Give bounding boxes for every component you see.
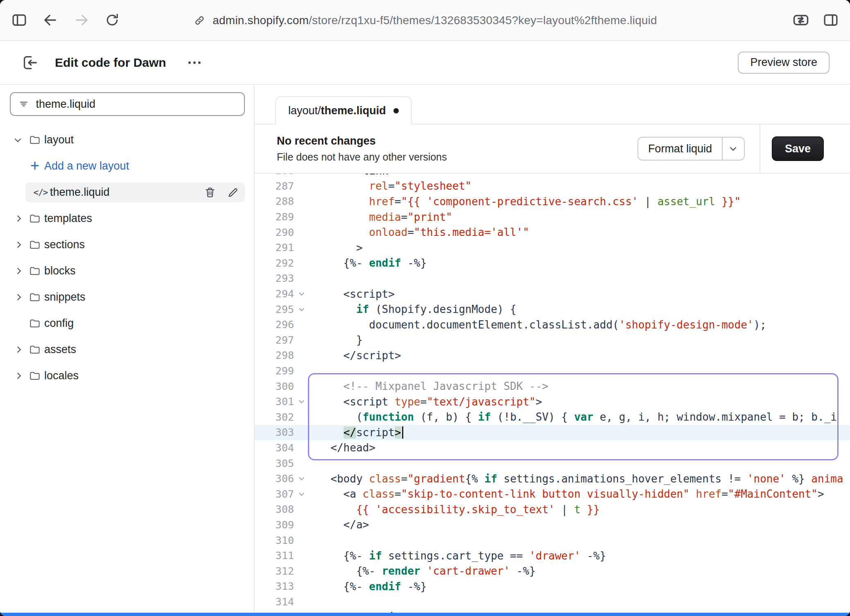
tab-label: layout/theme.liquid (288, 104, 386, 117)
line-number: 289 (255, 211, 294, 223)
sidebar-item-templates[interactable]: templates (10, 208, 245, 229)
extensions-icon (792, 11, 810, 29)
reload-button[interactable] (104, 12, 120, 28)
sidebar-item-blocks[interactable]: blocks (10, 261, 245, 281)
code-line-293[interactable]: 293 (255, 271, 850, 286)
extensions-button[interactable] (792, 11, 810, 29)
code-line-306[interactable]: 306 <body class="gradient{% if settings.… (255, 471, 850, 487)
code-line-294[interactable]: 294 <script> (255, 286, 850, 302)
format-liquid-dropdown[interactable] (722, 138, 744, 160)
code-line-313[interactable]: 313 {%- endif -%} (255, 579, 850, 594)
sidebar-item-label: templates (44, 212, 92, 225)
code-line-311[interactable]: 311 {%- if settings.cart_type == 'drawer… (255, 548, 850, 564)
sidebar-item-locales[interactable]: locales (10, 366, 245, 386)
sidebar-item-label: layout (44, 134, 74, 146)
line-number: 298 (255, 349, 294, 361)
code-text: {{ 'accessibility.skip_to_text' | t }} (309, 503, 600, 516)
sidebar-item-layout[interactable]: layout (10, 130, 245, 150)
code-line-289[interactable]: 289 media="print" (255, 209, 850, 225)
code-line-314[interactable]: 314 (255, 594, 850, 610)
code-line-309[interactable]: 309 </a> (255, 517, 850, 533)
delete-file-button[interactable] (204, 186, 216, 199)
sidebar-item-assets[interactable]: assets (10, 340, 245, 360)
sidebar-item-config[interactable]: config (10, 313, 245, 333)
chevron-right-icon[interactable] (10, 216, 25, 221)
fold-toggle-icon[interactable] (294, 478, 309, 480)
tab-theme-liquid[interactable]: layout/theme.liquid (275, 96, 412, 125)
sidebar-item-label: Add a new layout (44, 160, 129, 172)
line-number: 310 (255, 534, 294, 546)
fold-toggle-icon[interactable] (294, 401, 309, 403)
code-line-287[interactable]: 287 rel="stylesheet" (255, 179, 850, 194)
chevron-right-icon[interactable] (10, 347, 25, 352)
code-line-307[interactable]: 307 <a class="skip-to-content-link butto… (255, 486, 850, 502)
code-text: <body class="gradient{% if settings.anim… (309, 473, 843, 485)
code-line-302[interactable]: 302 (function (f, b) { if (!b.__SV) { va… (255, 410, 850, 425)
code-line-295[interactable]: 295 if (Shopify.designMode) { (255, 301, 850, 317)
sidebar-item-label: blocks (44, 265, 76, 277)
fold-toggle-icon[interactable] (294, 293, 309, 295)
chevron-down-icon[interactable] (10, 138, 25, 141)
code-line-303[interactable]: 303 </script> (255, 425, 850, 440)
code-line-305[interactable]: 305 (255, 455, 850, 471)
browser-chrome: admin.shopify.com/store/rzq1xu-f5/themes… (0, 0, 850, 41)
address-bar[interactable]: admin.shopify.com/store/rzq1xu-f5/themes… (193, 0, 657, 41)
code-text: } (309, 334, 363, 346)
code-line-298[interactable]: 298 </script> (255, 348, 850, 363)
editor-toolbar: No recent changes File does not have any… (255, 125, 850, 174)
back-button[interactable] (42, 11, 59, 29)
line-number: 296 (255, 319, 294, 331)
split-view-icon (822, 11, 839, 29)
sidebar-item-add-a-new-layout[interactable]: +Add a new layout (10, 156, 245, 176)
code-line-299[interactable]: 299 (255, 363, 850, 379)
chevron-right-icon[interactable] (10, 374, 25, 378)
code-line-315[interactable]: 315 {% sections 'header-group' %} (255, 609, 850, 613)
code-line-308[interactable]: 308 {{ 'accessibility.skip_to_text' | t … (255, 502, 850, 517)
code-text: if (Shopify.designMode) { (309, 303, 516, 315)
toolbar-divider (760, 125, 760, 173)
chevron-right-icon[interactable] (10, 295, 25, 299)
folder-icon (29, 291, 41, 303)
save-button[interactable]: Save (772, 136, 824, 161)
code-line-310[interactable]: 310 (255, 532, 850, 548)
line-number: 299 (255, 365, 294, 377)
chevron-down-icon (730, 145, 737, 151)
preview-store-button[interactable]: Preview store (738, 52, 830, 74)
more-actions-button[interactable] (184, 57, 205, 68)
exit-editor-button[interactable] (20, 53, 39, 72)
app-header: Edit code for Dawn Preview store (0, 41, 850, 85)
code-text: href="{{ 'component-predictive-search.cs… (309, 195, 741, 208)
sidebar-toggle-button[interactable] (11, 11, 28, 29)
sidebar-item-snippets[interactable]: snippets (10, 287, 245, 307)
code-line-288[interactable]: 288 href="{{ 'component-predictive-searc… (255, 194, 850, 209)
sidebar-item-label: theme.liquid (50, 186, 110, 199)
code-line-290[interactable]: 290 onload="this.media='all'" (255, 224, 850, 240)
version-status: No recent changes File does not have any… (277, 135, 447, 163)
split-view-button[interactable] (822, 11, 839, 29)
code-line-292[interactable]: 292 {%- endif -%} (255, 256, 850, 271)
code-text: (function (f, b) { if (!b.__SV) { var e,… (309, 411, 837, 423)
format-liquid-button[interactable]: Format liquid (638, 137, 745, 161)
code-line-312[interactable]: 312 {%- render 'cart-drawer' -%} (255, 563, 850, 579)
line-number: 287 (255, 180, 294, 192)
code-line-304[interactable]: 304 </head> (255, 440, 850, 456)
chevron-right-icon[interactable] (10, 269, 25, 273)
folder-icon (29, 265, 41, 277)
sidebar-item-sections[interactable]: sections (10, 235, 245, 255)
code-line-300[interactable]: 300 <!-- Mixpanel Javascript SDK --> (255, 378, 850, 394)
file-filter-input[interactable] (36, 98, 237, 111)
sidebar-item-theme-liquid[interactable]: </>theme.liquid (25, 182, 245, 202)
plus-icon: + (30, 158, 39, 173)
fold-toggle-icon[interactable] (294, 493, 309, 495)
code-line-301[interactable]: 301 <script type="text/javascript"> (255, 394, 850, 410)
chevron-right-icon[interactable] (10, 242, 25, 247)
code-line-286[interactable]: 286 <link (255, 174, 850, 179)
forward-button[interactable] (73, 11, 90, 29)
code-line-296[interactable]: 296 document.documentElement.classList.a… (255, 317, 850, 333)
fold-toggle-icon[interactable] (294, 308, 309, 310)
code-line-291[interactable]: 291 > (255, 240, 850, 256)
code-editor[interactable]: 286 <link287 rel="stylesheet"288 href="{… (255, 174, 850, 613)
code-line-297[interactable]: 297 } (255, 333, 850, 348)
file-filter-box[interactable] (10, 92, 245, 116)
rename-file-button[interactable] (227, 186, 239, 199)
